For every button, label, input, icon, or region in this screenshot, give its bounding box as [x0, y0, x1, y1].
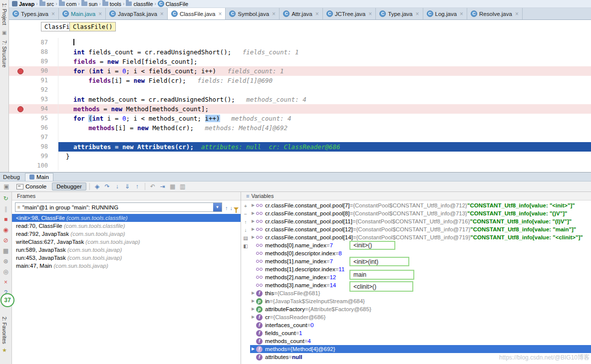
rerun-icon[interactable]: ↻ [2, 195, 10, 202]
code-editor[interactable]: 87 88 int fields_count = cr.readUnsigned… [9, 33, 591, 172]
code-line[interactable]: methods[i] = new Method(cr); methods: Me… [58, 123, 591, 133]
variable-row-interfaces_count[interactable]: finterfaces_count = 0 [250, 321, 591, 329]
code-line[interactable]: } [58, 152, 591, 161]
variable-row-methods[2].name_index[interactable]: methods[2].name_index = 12 [250, 273, 591, 281]
tab-Types.java[interactable]: CTypes.java× [9, 8, 59, 19]
variable-row-methods_count[interactable]: fmethods_count = 4 [250, 337, 591, 345]
expand-arrow-icon[interactable]: ▶ [250, 305, 256, 313]
method-chip[interactable]: ClassFile() [69, 22, 116, 31]
move-watch-up-icon[interactable]: ↑ [245, 219, 247, 225]
tab-Symbol.java[interactable]: CSymbol.java× [226, 8, 280, 19]
step-over-icon[interactable]: ↷ [103, 183, 112, 190]
variable-row-attributeFactory[interactable]: ▶pattributeFactory = {Attribute$Factory@… [250, 305, 591, 313]
code-line[interactable] [58, 133, 591, 142]
code-line[interactable] [58, 85, 591, 95]
step-out-icon[interactable]: ↑ [133, 183, 142, 190]
expand-arrow-icon[interactable]: ▶ [250, 313, 256, 321]
copy-watch-icon[interactable]: ▤ [243, 235, 248, 241]
breadcrumb-item-tools[interactable]: tools [101, 1, 122, 7]
variable-row-fields_count[interactable]: ffields_count = 1 [250, 329, 591, 337]
settings-icon[interactable]: ⊛ [2, 258, 10, 265]
tab-close-icon[interactable]: × [368, 10, 372, 17]
expand-arrow-icon[interactable]: ▶ [250, 289, 256, 297]
code-line[interactable]: fields[i] = new Field(cr); fields: Field… [58, 76, 591, 85]
code-line[interactable]: int fields_count = cr.readUnsignedShort(… [58, 47, 591, 57]
breakpoint-icon[interactable] [17, 106, 23, 112]
tab-close-icon[interactable]: × [460, 10, 463, 17]
variable-row-cr.classFile.constant_pool.pool[12][interactable]: ▶cr.classFile.constant_pool.pool[12] = {… [250, 225, 591, 233]
variable-row-methods[interactable]: ▶fmethods = {Method[4]@692} [250, 345, 591, 353]
expand-arrow-icon[interactable]: ▶ [250, 345, 256, 353]
breadcrumb-item-Javap[interactable]: Javap [11, 1, 35, 7]
breadcrumb-item-src[interactable]: src [38, 1, 55, 7]
evaluate-expression-icon[interactable]: ▦ [168, 183, 177, 190]
view-breakpoints-icon[interactable]: ◉ [2, 226, 10, 233]
tab-close-icon[interactable]: × [51, 10, 55, 17]
stack-frame-row[interactable]: run:453, JavapTask (com.sun.tools.javap) [12, 254, 241, 262]
variable-row-in[interactable]: ▶pin = {JavapTask$SizeInputStream@684} [250, 297, 591, 305]
debugger-tab-Console[interactable]: Console [12, 182, 51, 190]
filter-frames-icon[interactable] [234, 207, 239, 210]
tab-ClassFile.java[interactable]: CClassFile.java× [168, 8, 226, 19]
step-into-icon[interactable]: ↓ [113, 183, 122, 190]
add-watch-icon[interactable]: + [244, 203, 247, 209]
stack-frame-row[interactable]: <init>:98, ClassFile (com.sun.tools.clas… [12, 214, 241, 222]
tab-close-icon[interactable]: × [272, 10, 276, 17]
remove-watch-icon[interactable]: − [244, 211, 247, 217]
tab-close-icon[interactable]: × [160, 10, 164, 17]
stack-frame-row[interactable]: run:589, JavapTask (com.sun.tools.javap) [12, 246, 241, 254]
variable-row-this[interactable]: ▶fthis = {ClassFile@681} [250, 289, 591, 297]
next-frame-icon[interactable]: ↓ [230, 205, 233, 211]
code-line[interactable] [58, 38, 591, 47]
tool-stripe-button-1[interactable]: 7: Structure [1, 40, 7, 67]
variable-row-methods[0].descriptor.index[interactable]: methods[0].descriptor.index = 8 [250, 249, 591, 257]
variable-row-methods[1].name_index[interactable]: methods[1].name_index = 7 [250, 257, 591, 265]
stop-icon[interactable]: ■ [2, 216, 10, 223]
tab-Type.java[interactable]: CType.java× [376, 8, 423, 19]
tool-stripe-button-0[interactable]: 1: Project [1, 3, 7, 25]
thread-dropdown-button[interactable]: ▼ [213, 203, 222, 211]
tab-Resolve.java[interactable]: CResolve.java× [467, 8, 523, 19]
pause-icon[interactable]: ∥ [2, 205, 10, 212]
code-line[interactable]: for (int i = 0; i < methods_count; i++) … [58, 114, 591, 123]
expand-arrow-icon[interactable]: ▶ [250, 233, 256, 241]
tab-Log.java[interactable]: CLog.java× [423, 8, 468, 19]
expand-arrow-icon[interactable]: ▶ [250, 217, 256, 225]
variable-row-methods[1].descriptor.index[interactable]: methods[1].descriptor.index = 11 [250, 265, 591, 273]
show-execution-point-icon[interactable]: ◈ [93, 183, 102, 190]
code-line[interactable]: for (int i = 0; i < fields_count; i++) f… [58, 66, 591, 76]
tab-JavapTask.java[interactable]: CJavapTask.java× [106, 8, 168, 19]
tab-Attr.java[interactable]: CAttr.java× [280, 8, 323, 19]
variables-tree[interactable]: ▶cr.classFile.constant_pool.pool[7] = {C… [250, 201, 591, 361]
code-line[interactable]: int methods_count = cr.readUnsignedShort… [58, 95, 591, 104]
close-icon[interactable]: × [2, 279, 10, 286]
session-tab-main[interactable]: Main [25, 173, 53, 181]
expand-arrow-icon[interactable]: ▶ [250, 297, 256, 305]
tool-stripe-button-bottom-0[interactable]: 2: Favorites [1, 317, 7, 344]
variable-row-cr.classFile.constant_pool.pool[7][interactable]: ▶cr.classFile.constant_pool.pool[7] = {C… [250, 201, 591, 209]
thread-selector[interactable]: ≡ "main"@1 in group "main": RUNNING ▼ [15, 202, 222, 212]
stack-frame-row[interactable]: main:47, Main (com.sun.tools.javap) [12, 262, 241, 270]
expand-arrow-icon[interactable]: ▶ [250, 225, 256, 233]
variable-row-cr.classFile.constant_pool.pool[8][interactable]: ▶cr.classFile.constant_pool.pool[8] = {C… [250, 209, 591, 217]
stack-frame-row[interactable]: writeClass:627, JavapTask (com.sun.tools… [12, 238, 241, 246]
frames-list[interactable]: <init>:98, ClassFile (com.sun.tools.clas… [12, 214, 241, 270]
force-step-into-icon[interactable]: ⇓ [123, 183, 132, 190]
run-to-cursor-icon[interactable]: ⇥ [158, 183, 167, 190]
mute-breakpoints-icon[interactable]: ⊘ [2, 237, 10, 244]
variable-row-cr[interactable]: ▶fcr = {ClassReader@686} [250, 313, 591, 321]
code-line[interactable]: attributes = new Attributes(cr); attribu… [58, 142, 591, 152]
show-watches-icon[interactable]: ◧ [243, 243, 248, 249]
tool-window-options-icon[interactable]: ▣ [2, 183, 11, 190]
drop-frame-icon[interactable]: ↶ [148, 183, 157, 190]
previous-frame-icon[interactable]: ↑ [225, 205, 228, 211]
tab-JCTree.java[interactable]: CJCTree.java× [323, 8, 376, 19]
breadcrumb-item-classfile[interactable]: classfile [125, 1, 154, 7]
layout-settings-icon[interactable]: ▥ [178, 183, 187, 190]
variable-row-methods[0].name_index[interactable]: methods[0].name_index = 7 [250, 241, 591, 249]
variable-row-cr.classFile.constant_pool.pool[11][interactable]: ▶cr.classFile.constant_pool.pool[11] = {… [250, 217, 591, 225]
tab-close-icon[interactable]: × [515, 10, 519, 17]
variable-row-cr.classFile.constant_pool.pool[14][interactable]: ▶cr.classFile.constant_pool.pool[14] = {… [250, 233, 591, 241]
code-line[interactable] [58, 161, 591, 171]
code-line[interactable]: methods = new Method[methods_count]; [58, 104, 591, 114]
